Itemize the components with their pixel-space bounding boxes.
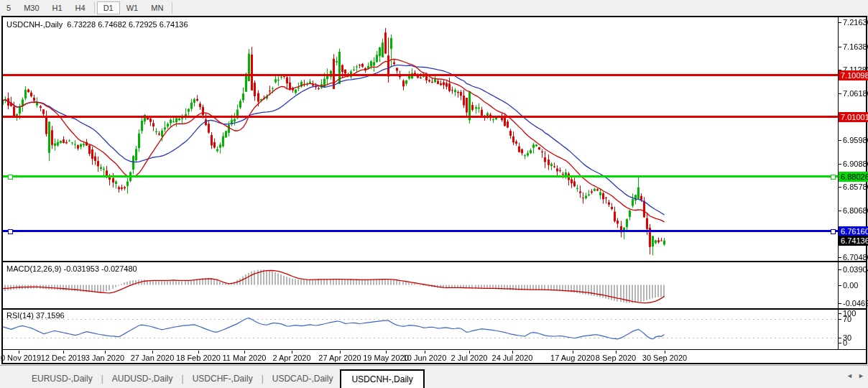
line-end-marker — [8, 229, 13, 234]
support-line-green[interactable] — [3, 175, 838, 177]
chart-window-border-bottom — [1, 363, 867, 364]
macd-axis-tick: -0.046959 — [843, 299, 868, 308]
price-axis-tick: 6.70480 — [843, 253, 868, 262]
symbol-tab-bar: EURUSD-,Daily|AUDUSD-,Daily|USDCHF-,Dail… — [0, 365, 868, 388]
support-line-blue-badge: 6.76160 — [839, 226, 868, 236]
resistance-line-upper[interactable] — [3, 74, 838, 76]
line-end-marker — [831, 229, 836, 234]
line-end-marker — [831, 175, 836, 180]
date-axis-label: 18 Feb 2020 — [176, 354, 221, 362]
date-axis-label: 2 Apr 2020 — [272, 354, 310, 362]
resistance-line-lower[interactable] — [3, 116, 838, 118]
tab-separator: | — [260, 374, 265, 384]
symbol-tabs: EURUSD-,Daily|AUDUSD-,Daily|USDCHF-,Dail… — [24, 369, 425, 388]
date-axis-label: 12 Dec 2019 — [41, 354, 86, 362]
chart-title: USDCNH-,Daily 6.73228 6.74682 6.72925 6.… — [6, 20, 188, 29]
macd-panel-separator[interactable] — [1, 261, 867, 262]
line-end-marker — [8, 175, 13, 180]
tab-separator: | — [180, 374, 185, 384]
resistance-line-lower-badge: 7.01001 — [839, 112, 868, 122]
price-axis-tick: 6.95980 — [843, 136, 868, 144]
price-axis-tick: 7.06180 — [843, 89, 868, 98]
tab-eurusd-daily[interactable]: EURUSD-,Daily — [24, 371, 100, 387]
price-axis-tick: 6.80680 — [843, 206, 868, 215]
date-axis-label: 11 Mar 2020 — [223, 354, 267, 362]
date-axis-label: 27 Apr 2020 — [318, 354, 361, 362]
current-price-badge: 6.74136 — [839, 236, 868, 246]
tab-usdchf-daily[interactable]: USDCHF-,Daily — [185, 371, 260, 387]
chart-canvas[interactable] — [0, 0, 868, 388]
rsi-axis-tick: 70 — [843, 315, 851, 323]
resistance-line-upper-badge: 7.10098 — [839, 70, 868, 80]
tab-separator: | — [100, 374, 105, 384]
price-axis-tick: 7.21630 — [843, 18, 868, 27]
chart-window-border-left — [1, 16, 3, 364]
trading-terminal: 5M30H1H4D1W1MN USDCNH-,Daily 6.73228 6.7… — [0, 0, 868, 388]
rsi-axis-tick: 0 — [843, 338, 847, 347]
date-axis-separator — [1, 349, 867, 350]
price-axis-border — [838, 17, 839, 349]
macd-axis-tick: 0.00 — [843, 281, 858, 290]
support-line-blue[interactable] — [3, 230, 838, 232]
tab-usdcad-daily[interactable]: USDCAD-,Daily — [265, 371, 341, 387]
tab-usdcnh-daily[interactable]: USDCNH-,Daily — [340, 369, 424, 388]
date-axis-label: 8 Sep 2020 — [596, 354, 636, 362]
date-axis-label: 10 Jun 2020 — [403, 354, 447, 362]
date-axis-label: 2 Jul 2020 — [451, 354, 488, 362]
price-axis-tick: 7.16380 — [843, 42, 868, 51]
date-axis-label: 19 May 2020 — [363, 354, 409, 362]
rsi-panel-separator[interactable] — [1, 308, 867, 310]
price-axis-tick: 6.90880 — [843, 160, 868, 168]
tab-scroll-right-icon[interactable]: ► — [858, 372, 864, 379]
date-axis-label: 24 Jul 2020 — [492, 354, 533, 362]
macd-label: MACD(12,26,9) -0.031953 -0.027480 — [6, 264, 137, 273]
date-axis-label: 20 Nov 2019 — [0, 354, 41, 362]
macd-axis-tick: 0.039044 — [843, 265, 868, 274]
date-axis-label: 30 Sep 2020 — [642, 354, 687, 362]
rsi-label: RSI(14) 37.1596 — [6, 311, 65, 320]
support-line-green-badge: 6.88026 — [839, 172, 868, 182]
chart-window-border-top — [1, 16, 867, 17]
tab-scroll-left-icon[interactable]: ◄ — [846, 372, 853, 379]
price-axis-tick: 6.85780 — [843, 183, 868, 191]
date-axis-label: 17 Aug 2020 — [550, 354, 595, 362]
tab-audusd-daily[interactable]: AUDUSD-,Daily — [105, 371, 180, 387]
date-axis-label: 27 Jan 2020 — [131, 354, 175, 362]
date-axis-label: 3 Jan 2020 — [86, 354, 124, 362]
